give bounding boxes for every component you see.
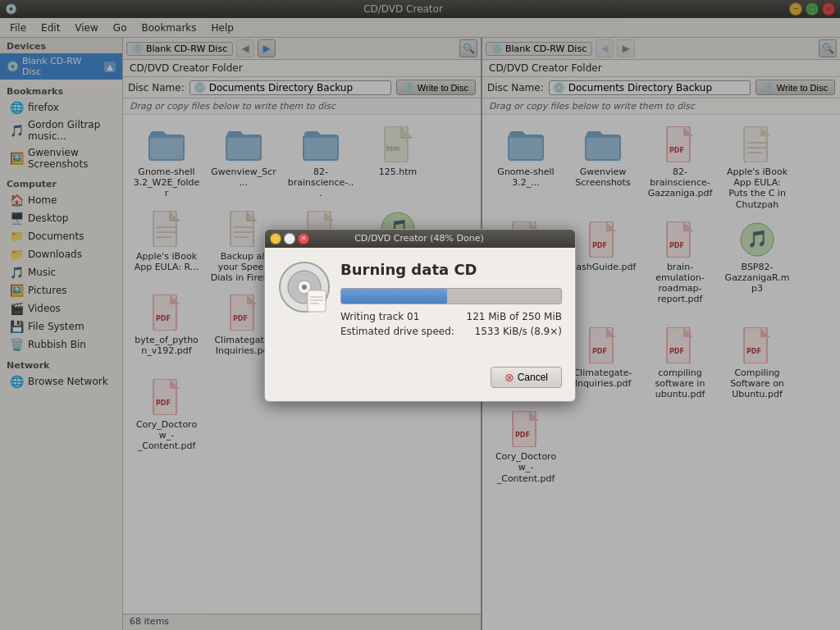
dialog-footer: ⊗ Cancel	[265, 360, 575, 401]
cancel-button[interactable]: ⊗ Cancel	[491, 367, 562, 388]
progress-bar-container	[340, 288, 562, 304]
dialog-cd-icon	[278, 261, 331, 313]
speed-label: Estimated drive speed:	[340, 326, 454, 337]
svg-point-52	[302, 285, 307, 290]
svg-rect-53	[308, 290, 326, 312]
progress-bar-fill	[341, 289, 447, 304]
cancel-label: Cancel	[518, 372, 548, 383]
track-label: Writing track 01	[340, 311, 419, 322]
dialog-body: Burning data CD Writing track 01 121 MiB…	[265, 248, 575, 360]
dialog-content: Burning data CD Writing track 01 121 MiB…	[340, 261, 562, 347]
track-progress: 121 MiB of 250 MiB	[467, 311, 562, 322]
dialog-overlay: ─ □ ✕ CD/DVD Creator (48% Done)	[0, 0, 840, 630]
speed-info: Estimated drive speed: 1533 KiB/s (8.9×)	[340, 326, 562, 337]
dialog-title: CD/DVD Creator (48% Done)	[309, 233, 529, 244]
dialog-maximize-button[interactable]: □	[284, 233, 295, 244]
dialog-title-bar: ─ □ ✕ CD/DVD Creator (48% Done)	[265, 230, 575, 248]
progress-dialog: ─ □ ✕ CD/DVD Creator (48% Done)	[264, 229, 576, 402]
speed-value: 1533 KiB/s (8.9×)	[475, 326, 562, 337]
dialog-minimize-button[interactable]: ─	[270, 233, 281, 244]
dialog-heading: Burning data CD	[340, 261, 562, 278]
progress-info: Writing track 01 121 MiB of 250 MiB	[340, 311, 562, 322]
dialog-close-button[interactable]: ✕	[298, 233, 309, 244]
dialog-window-controls: ─ □ ✕	[270, 233, 309, 244]
cancel-icon: ⊗	[504, 371, 514, 384]
